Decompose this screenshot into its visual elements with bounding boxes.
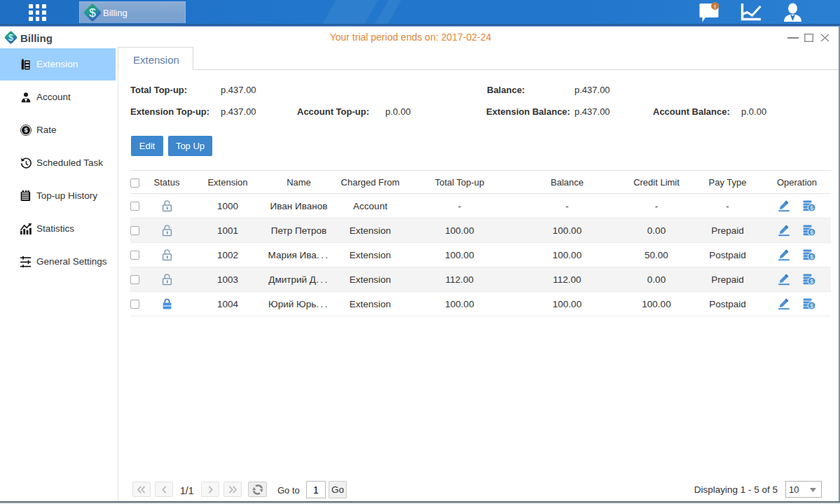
svg-text:$: $ <box>89 6 96 20</box>
svg-text:$: $ <box>24 127 28 134</box>
svg-text:!: ! <box>714 4 716 10</box>
